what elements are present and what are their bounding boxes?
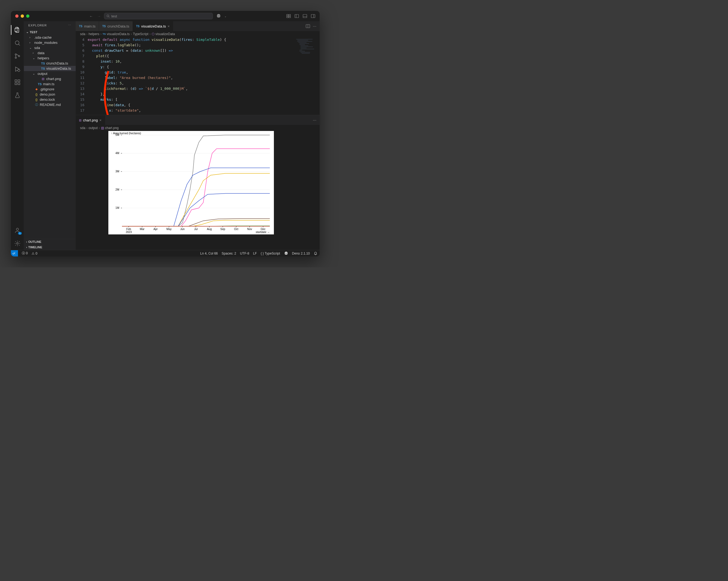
breadcrumb-item[interactable]: visualizeData.ts bbox=[107, 32, 130, 36]
search-side-icon[interactable] bbox=[11, 36, 24, 50]
file-label: deno.lock bbox=[40, 98, 55, 102]
code-editor[interactable]: 4567891011121314151617 export default as… bbox=[76, 37, 320, 115]
close-icon[interactable]: × bbox=[99, 118, 102, 122]
svg-rect-7 bbox=[311, 15, 315, 18]
folder-item[interactable]: ⌄output bbox=[24, 71, 76, 76]
file-item[interactable]: {}deno.lock bbox=[24, 97, 76, 102]
image-icon: ▧ bbox=[101, 126, 104, 130]
ts-icon: TS bbox=[79, 25, 82, 28]
folder-item[interactable]: ›node_modules bbox=[24, 40, 76, 45]
folder-item[interactable]: ⌄helpers bbox=[24, 56, 76, 61]
svg-text:2M: 2M bbox=[115, 188, 119, 191]
language-mode[interactable]: { } TypeScript bbox=[261, 252, 280, 255]
run-debug-icon[interactable] bbox=[11, 62, 24, 76]
copilot-icon[interactable] bbox=[216, 14, 221, 19]
file-item[interactable]: {}deno.json bbox=[24, 92, 76, 97]
svg-rect-1 bbox=[287, 15, 288, 16]
cursor-position[interactable]: Ln 4, Col 66 bbox=[200, 252, 218, 255]
code-lines[interactable]: export default async function visualizeD… bbox=[88, 37, 320, 115]
close-window[interactable] bbox=[15, 15, 19, 18]
copilot-status-icon[interactable] bbox=[284, 251, 288, 256]
testing-icon[interactable] bbox=[11, 89, 24, 102]
svg-rect-6 bbox=[303, 15, 307, 18]
panel-right-icon[interactable] bbox=[311, 14, 315, 18]
svg-text:Jul: Jul bbox=[194, 228, 198, 231]
tab-main-ts[interactable]: TSmain.ts bbox=[76, 21, 99, 31]
eol[interactable]: LF bbox=[253, 252, 257, 255]
encoding[interactable]: UTF-8 bbox=[240, 252, 249, 255]
svg-text:4M: 4M bbox=[115, 152, 119, 155]
maximize-window[interactable] bbox=[26, 15, 29, 18]
panel-left-icon[interactable] bbox=[294, 14, 299, 18]
chevron-icon: ⌄ bbox=[33, 72, 36, 75]
timeline-section[interactable]: ›TIMELINE bbox=[24, 244, 76, 250]
warnings-indicator[interactable]: ⚠ 0 bbox=[32, 252, 37, 255]
preview-breadcrumb[interactable]: sda›output›▧chart.png bbox=[76, 125, 320, 131]
source-control-icon[interactable] bbox=[11, 50, 24, 62]
breadcrumb-item[interactable]: TypeScript bbox=[133, 32, 148, 36]
file-item[interactable]: TSmain.ts bbox=[24, 81, 76, 86]
breadcrumb-item[interactable]: visualizeData bbox=[155, 32, 175, 36]
accounts-icon[interactable]: 1 bbox=[11, 224, 24, 237]
layout-toggle-icon[interactable] bbox=[286, 14, 291, 18]
chevron-down-icon[interactable]: ⌄ bbox=[224, 15, 227, 18]
svg-rect-24 bbox=[298, 42, 307, 43]
breadcrumb-item[interactable]: helpers bbox=[88, 32, 99, 36]
remote-indicator[interactable] bbox=[11, 250, 18, 257]
breadcrumb-item[interactable]: chart.png bbox=[105, 126, 119, 130]
search-text: test bbox=[111, 14, 117, 18]
folder-item[interactable]: ⌄sda bbox=[24, 45, 76, 50]
breadcrumb-item[interactable]: sda bbox=[80, 126, 85, 130]
svg-text:Dec: Dec bbox=[261, 228, 265, 231]
file-item[interactable]: ◆.gitignore bbox=[24, 86, 76, 92]
panel-bottom-icon[interactable] bbox=[303, 14, 307, 18]
command-center-search[interactable]: test bbox=[104, 13, 213, 19]
indent-setting[interactable]: Spaces: 2 bbox=[222, 252, 236, 255]
more-icon[interactable]: ⋯ bbox=[313, 118, 316, 122]
file-item[interactable]: ⓘREADME.md bbox=[24, 102, 76, 107]
ts-icon: TS bbox=[102, 25, 106, 28]
nav-forward-icon[interactable]: → bbox=[97, 14, 101, 18]
breadcrumb-item[interactable]: output bbox=[88, 126, 98, 130]
close-icon[interactable]: × bbox=[168, 24, 170, 28]
breadcrumb[interactable]: sda›helpers›TSvisualizeData.ts›TypeScrip… bbox=[76, 31, 320, 37]
folder-root[interactable]: ⌄ TEST bbox=[24, 29, 76, 35]
chevron-down-icon: ⌄ bbox=[26, 30, 29, 34]
outline-section[interactable]: ›OUTLINE bbox=[24, 239, 76, 244]
extensions-icon[interactable] bbox=[11, 76, 24, 89]
file-item[interactable]: ▧chart.png bbox=[24, 76, 76, 81]
svg-text:May: May bbox=[166, 228, 172, 231]
settings-gear-icon[interactable] bbox=[11, 237, 24, 250]
file-item[interactable]: TSvisualizeData.ts bbox=[24, 66, 76, 71]
split-editor-icon[interactable] bbox=[306, 24, 310, 28]
root-label: TEST bbox=[30, 30, 37, 34]
chevron-right-icon: › bbox=[26, 245, 27, 249]
editor-area: TSmain.tsTScrunchData.tsTSvisualizeData.… bbox=[76, 21, 320, 250]
breadcrumb-item[interactable]: sda bbox=[80, 32, 85, 36]
minimap[interactable] bbox=[295, 37, 320, 115]
explorer-icon[interactable] bbox=[11, 23, 24, 36]
svg-rect-29 bbox=[301, 48, 307, 48]
file-label: .gitignore bbox=[40, 87, 54, 91]
preview-pane: ▧ chart.png × ⋯ sda›output›▧chart.png ↑ … bbox=[76, 115, 320, 250]
svg-rect-34 bbox=[302, 53, 310, 54]
file-item[interactable]: TScrunchData.ts bbox=[24, 61, 76, 66]
deno-version[interactable]: Deno 2.1.10 bbox=[292, 252, 310, 255]
tab-crunchData-ts[interactable]: TScrunchData.ts bbox=[99, 21, 133, 31]
explorer-more-icon[interactable]: ⋯ bbox=[68, 23, 71, 27]
svg-point-18 bbox=[17, 243, 18, 244]
svg-text:2023: 2023 bbox=[126, 231, 132, 234]
tab-chart-png[interactable]: ▧ chart.png × bbox=[76, 115, 105, 125]
minimize-window[interactable] bbox=[21, 15, 24, 18]
folder-item[interactable]: ›data bbox=[24, 50, 76, 56]
notifications-bell-icon[interactable] bbox=[314, 252, 317, 255]
svg-rect-31 bbox=[300, 50, 302, 50]
folder-item[interactable]: ›.sda-cache bbox=[24, 35, 76, 40]
nav-back-icon[interactable]: ← bbox=[89, 14, 93, 18]
svg-rect-21 bbox=[296, 39, 313, 39]
svg-point-0 bbox=[107, 15, 109, 17]
more-icon[interactable]: ⋯ bbox=[313, 24, 316, 28]
errors-indicator[interactable]: ⓧ 0 bbox=[22, 251, 28, 256]
svg-rect-30 bbox=[301, 49, 314, 49]
tab-visualizeData-ts[interactable]: TSvisualizeData.ts× bbox=[133, 21, 173, 31]
